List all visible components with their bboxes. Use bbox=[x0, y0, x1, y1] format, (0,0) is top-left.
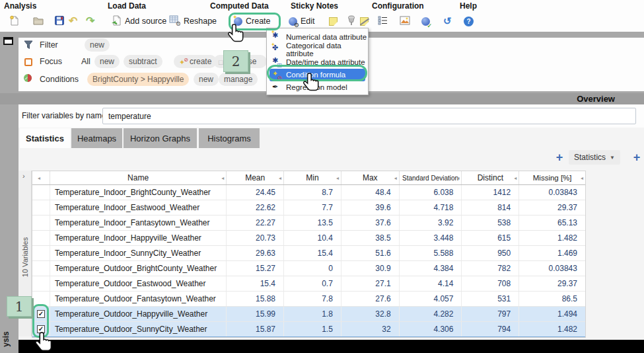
restore-window-icon[interactable] bbox=[3, 37, 13, 45]
redo-button[interactable]: ↷ bbox=[86, 15, 94, 28]
tab-histograms[interactable]: Histograms bbox=[199, 128, 260, 148]
row-checkbox-cell[interactable] bbox=[32, 246, 50, 260]
svg-text:✓: ✓ bbox=[24, 76, 28, 81]
min-value: 10.4 bbox=[284, 231, 341, 245]
edit-icon: ⚙ bbox=[289, 17, 297, 26]
min-value: 7.8 bbox=[284, 292, 341, 306]
focus-all-label[interactable]: All bbox=[81, 57, 90, 66]
variable-name: Temperature_Outdoor_BrightCounty_Weather bbox=[50, 261, 227, 276]
table-row[interactable]: Temperature_Indoor_SunnyCity_Weather29.6… bbox=[32, 246, 585, 261]
table-row[interactable]: ✓Temperature_Outdoor_Happyville_Weather1… bbox=[32, 307, 585, 322]
conditions-new-button[interactable]: new bbox=[194, 73, 219, 86]
help-button[interactable]: ? bbox=[464, 15, 474, 28]
header-min[interactable]: Min◂ bbox=[284, 171, 341, 184]
row-checkbox-cell[interactable] bbox=[32, 261, 50, 276]
focus-icon bbox=[24, 57, 32, 69]
std-dev-value: 4.384 bbox=[400, 261, 462, 276]
variable-name: Temperature_Indoor_BrightCounty_Weather bbox=[50, 185, 227, 200]
row-checkbox-cell[interactable] bbox=[32, 276, 50, 291]
variable-filter-label: Filter variables by name: bbox=[22, 111, 108, 120]
bottom-bar bbox=[18, 340, 644, 353]
add-source-button[interactable]: Add source bbox=[111, 15, 166, 28]
add-view-left-button[interactable]: + bbox=[554, 151, 565, 164]
variable-filter-input[interactable] bbox=[102, 108, 636, 124]
row-checkbox-cell[interactable] bbox=[32, 185, 50, 200]
tab-heatmaps[interactable]: Heatmaps bbox=[71, 128, 122, 148]
new-file-icon bbox=[9, 15, 20, 28]
table-header: ◂ Name◂ Mean◂ Min◂ Max◂ Standard Deviati… bbox=[32, 171, 585, 185]
row-checkbox-cell[interactable]: ✓ bbox=[32, 307, 50, 321]
table-row[interactable]: Temperature_Indoor_Eastwood_Weather22.62… bbox=[32, 200, 585, 216]
focus-create-button[interactable]: ✦⊘ create bbox=[174, 55, 217, 68]
table-row[interactable]: ✓Temperature_Outdoor_SunnyCity_Weather15… bbox=[32, 322, 585, 337]
open-folder-icon bbox=[33, 15, 44, 28]
undo-button[interactable]: ↶ bbox=[69, 15, 77, 28]
row-checkbox-cell[interactable] bbox=[32, 200, 50, 215]
edit-computed-button[interactable]: ⚙ Edit bbox=[289, 15, 315, 28]
std-dev-value: 4.14 bbox=[400, 276, 462, 291]
app-window: Analysis Load Data Computed Data Sticky … bbox=[0, 0, 644, 353]
reshape-button[interactable]: ⚙ Reshape bbox=[169, 15, 217, 28]
table-row[interactable]: Temperature_Indoor_Happyville_Weather20.… bbox=[32, 231, 585, 246]
row-checkbox-cell[interactable] bbox=[32, 231, 50, 245]
distinct-value: 538 bbox=[462, 216, 519, 230]
missing-value: 1.469 bbox=[519, 246, 585, 260]
step-1-callout: 1 bbox=[7, 296, 32, 317]
table-row[interactable]: Temperature_Indoor_BrightCounty_Weather2… bbox=[32, 185, 585, 200]
undo-icon: ↶ bbox=[69, 16, 77, 26]
sidebar-analysis-tab[interactable]: ysis bbox=[1, 326, 11, 352]
row-checkbox-cell[interactable] bbox=[32, 292, 50, 306]
header-distinct[interactable]: Distinct◂ bbox=[462, 171, 519, 184]
ribbon-group-analysis: Analysis bbox=[4, 1, 36, 11]
ribbon-group-help: Help bbox=[460, 1, 477, 11]
reset-button[interactable]: ↺ bbox=[443, 15, 452, 28]
row-checkbox-cell[interactable] bbox=[32, 216, 50, 230]
min-value: 0.7 bbox=[284, 276, 341, 291]
new-analysis-button[interactable] bbox=[9, 15, 20, 28]
std-dev-value: 6.038 bbox=[400, 185, 462, 200]
distinct-value: 1412 bbox=[462, 185, 519, 200]
std-dev-value: 4.718 bbox=[400, 200, 462, 215]
table-row[interactable]: Temperature_Outdoor_Eastwood_Weather15.4… bbox=[32, 276, 585, 292]
export-image-icon bbox=[400, 16, 410, 27]
table-row[interactable]: Temperature_Outdoor_Fantasytown_Weather1… bbox=[32, 292, 585, 307]
tab-horizon-graphs[interactable]: Horizon Graphs bbox=[124, 128, 197, 148]
add-note-button[interactable] bbox=[329, 15, 338, 28]
conditions-manage-button[interactable]: manage bbox=[219, 73, 258, 86]
hide-notes-button[interactable] bbox=[360, 15, 369, 28]
add-source-icon bbox=[111, 15, 122, 28]
std-dev-value: 4.282 bbox=[400, 307, 462, 321]
export-image-button[interactable] bbox=[400, 15, 410, 28]
hand-cursor-checkbox bbox=[34, 332, 53, 353]
focus-new-button[interactable]: new bbox=[94, 55, 120, 68]
tab-statistics[interactable]: Statistics bbox=[20, 128, 70, 148]
mean-value: 15.4 bbox=[227, 276, 284, 291]
header-max[interactable]: Max◂ bbox=[341, 171, 400, 184]
condition-pill[interactable]: BrightCounty > Happyville bbox=[87, 73, 189, 86]
sticky-note-icon bbox=[329, 17, 338, 26]
filter-new-button[interactable]: new bbox=[85, 38, 110, 52]
appearance-button[interactable]: ✓ bbox=[421, 15, 430, 28]
header-mean[interactable]: Mean◂ bbox=[227, 171, 284, 184]
view-type-dropdown[interactable]: Statistics ▼ bbox=[569, 150, 620, 165]
header-name[interactable]: Name◂ bbox=[50, 171, 227, 184]
header-std-dev[interactable]: Standard Deviation◂ bbox=[400, 171, 462, 184]
max-value: 51.6 bbox=[341, 246, 400, 260]
add-view-right-button[interactable]: + bbox=[631, 151, 642, 164]
table-row[interactable]: Temperature_Outdoor_BrightCounty_Weather… bbox=[32, 261, 585, 276]
menu-item-categorical[interactable]: ✤✦ Categorical data attribute bbox=[267, 43, 368, 56]
focus-subtract-button[interactable]: subtract bbox=[124, 55, 162, 68]
sort-arrow-icon: ◂ bbox=[38, 175, 40, 181]
min-value: 15.4 bbox=[284, 246, 341, 260]
open-button[interactable] bbox=[33, 15, 44, 28]
header-missing[interactable]: Missing [%]◂ bbox=[519, 171, 585, 184]
ribbon-group-configuration: Configuration bbox=[372, 1, 424, 11]
row-checkbox[interactable]: ✓ bbox=[37, 310, 45, 318]
header-checkbox-col[interactable]: ◂ bbox=[32, 171, 50, 184]
table-row[interactable]: Temperature_Indoor_Fantasytown_Weather22… bbox=[32, 216, 585, 231]
save-button[interactable] bbox=[54, 15, 65, 28]
variable-name: Temperature_Indoor_Happyville_Weather bbox=[50, 231, 227, 245]
pin-note-button[interactable] bbox=[347, 15, 355, 28]
settings-list-button[interactable] bbox=[378, 15, 388, 28]
menu-item-datetime[interactable]: ✱◳ Date/time data attribute bbox=[267, 56, 368, 68]
